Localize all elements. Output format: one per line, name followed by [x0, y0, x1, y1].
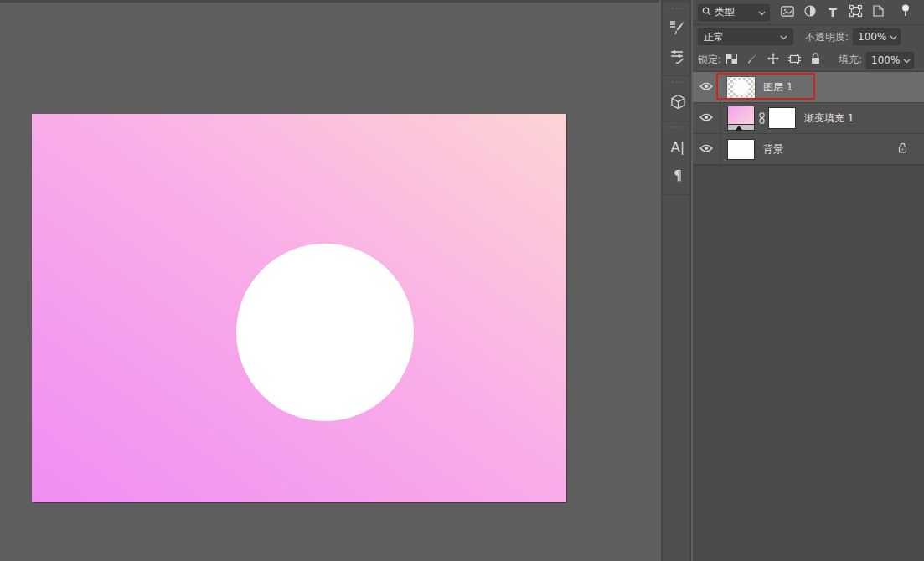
gradient-fill-thumbnail[interactable] [727, 106, 755, 131]
canvas-work-area [0, 0, 659, 561]
filter-shape-layers-button[interactable] [848, 5, 863, 20]
3d-panel-button[interactable] [663, 87, 693, 116]
visibility-toggle[interactable] [693, 134, 720, 164]
character-panel-icon: A| [671, 139, 684, 155]
document-canvas[interactable] [32, 114, 566, 502]
lock-pixels-button[interactable] [746, 54, 759, 67]
collapsed-panels-strip: A| ¶ [661, 0, 691, 561]
lock-transparency-button[interactable] [725, 54, 738, 67]
panel-grip[interactable] [669, 6, 683, 11]
brush-sliders-icon [669, 49, 686, 64]
layers-panel: 类型 [693, 0, 924, 561]
filter-adjustment-layers-button[interactable] [803, 5, 818, 20]
mask-link-icon[interactable] [756, 112, 767, 124]
brush-settings-panel-button[interactable] [663, 13, 693, 42]
brush-settings-icon [669, 20, 686, 35]
character-panel-button[interactable]: A| [663, 132, 693, 161]
gradient-stop-bar [727, 124, 755, 131]
adjustment-layer-icon [804, 5, 816, 19]
filter-toggle-button[interactable] [898, 5, 913, 20]
opacity-dropdown-button[interactable] [886, 28, 901, 45]
paragraph-panel-button[interactable]: ¶ [663, 161, 693, 189]
fill-dropdown-button[interactable] [900, 52, 914, 69]
filter-smart-objects-button[interactable] [870, 5, 885, 20]
type-panel-group: A| ¶ [663, 121, 689, 195]
layer-name[interactable]: 渐变填充 1 [804, 111, 854, 126]
layer-row-layer1[interactable]: 图层 1 [693, 72, 924, 103]
layer-thumbnail[interactable] [727, 139, 755, 160]
lock-artboard-button[interactable] [787, 54, 801, 67]
visibility-toggle[interactable] [693, 72, 720, 102]
type-layer-icon: T [829, 6, 837, 19]
eye-icon [699, 81, 713, 93]
3d-cube-icon [670, 94, 686, 110]
shape-layer-icon [849, 5, 862, 19]
checkerboard-icon [726, 54, 737, 67]
filter-type-layers-button[interactable]: T [825, 5, 840, 20]
padlock-icon [811, 53, 820, 67]
eye-icon [699, 112, 713, 124]
layer-name[interactable]: 图层 1 [763, 80, 792, 95]
layer-thumbnail[interactable] [727, 77, 755, 98]
opacity-value-field[interactable]: 100% [853, 28, 886, 45]
pixel-layer-icon [781, 6, 794, 19]
blend-mode-select[interactable]: 正常 [698, 28, 793, 45]
opacity-value: 100% [858, 31, 886, 43]
lock-label: 锁定: [698, 53, 721, 67]
chevron-down-icon [780, 31, 787, 43]
move-icon [767, 53, 779, 67]
eye-icon [699, 143, 713, 155]
layer-row-gradient-fill[interactable]: 渐变填充 1 [693, 103, 924, 134]
filter-kind-value: 类型 [715, 5, 735, 19]
filter-type-buttons: T [780, 5, 913, 20]
visibility-toggle[interactable] [693, 103, 720, 133]
lock-fill-row: 锁定: [693, 49, 924, 72]
chevron-down-icon [903, 54, 911, 66]
layer-row-background[interactable]: 背景 [693, 134, 924, 165]
layer-mask-thumbnail[interactable] [768, 107, 796, 129]
search-icon [702, 7, 711, 18]
fill-value-field[interactable]: 100% [866, 52, 900, 69]
lock-position-button[interactable] [767, 54, 780, 67]
chevron-down-icon [758, 7, 766, 18]
lock-buttons [725, 54, 822, 67]
3d-panel-group [663, 76, 689, 121]
layer-list: 图层 1 [693, 72, 924, 166]
paragraph-panel-icon: ¶ [674, 167, 682, 183]
layer-name[interactable]: 背景 [763, 142, 783, 157]
white-circle-shape [236, 244, 414, 421]
fill-value: 100% [871, 54, 900, 66]
brush-icon [746, 53, 758, 67]
panel-grip[interactable] [669, 125, 683, 130]
layers-filter-row: 类型 [693, 0, 924, 25]
gradient-swatch [727, 106, 755, 124]
filter-kind-select[interactable]: 类型 [698, 4, 770, 21]
blend-opacity-row: 正常 不透明度: 100% [693, 25, 924, 49]
lock-all-button[interactable] [808, 54, 822, 67]
brush-panel-group [663, 3, 689, 76]
blend-mode-value: 正常 [704, 30, 724, 44]
fill-label: 填充: [839, 53, 862, 67]
panel-grip[interactable] [669, 80, 683, 85]
artboard-icon [788, 54, 801, 67]
background-lock-indicator [898, 142, 907, 156]
brush-panel-button[interactable] [663, 42, 693, 70]
chevron-down-icon [890, 31, 897, 43]
smart-object-icon [873, 5, 884, 19]
layers-panel-empty-area [693, 166, 924, 561]
opacity-label: 不透明度: [805, 30, 849, 44]
gradient-stop-marker [736, 126, 742, 130]
padlock-icon [898, 142, 907, 156]
filter-pin-icon [901, 4, 911, 20]
filter-pixel-layers-button[interactable] [780, 5, 795, 20]
